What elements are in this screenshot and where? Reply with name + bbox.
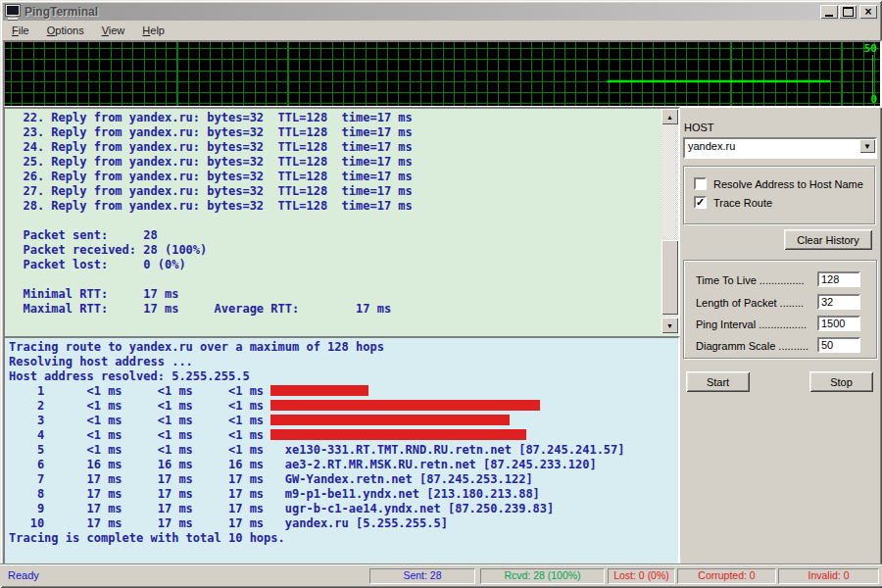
scroll-down-icon: ▼ xyxy=(666,322,673,329)
trace-hop-row-2: 2 <1 ms <1 ms <1 ms xyxy=(9,399,678,414)
trace-hop-text: 2 <1 ms <1 ms <1 ms xyxy=(9,399,270,413)
ping-terminal-window: PingTerminal × File Options View Help 50… xyxy=(0,0,882,588)
graph-grid xyxy=(5,42,880,106)
menu-bar: File Options View Help xyxy=(3,22,879,39)
menu-file[interactable]: File xyxy=(3,23,38,38)
settings-groupbox: Time To Live ............... Length of P… xyxy=(683,260,877,359)
ping-interval-input[interactable] xyxy=(817,316,860,331)
trace-resolved-text: 5 <1 ms <1 ms <1 ms xe130-331.RT.TMT.RND… xyxy=(9,443,678,546)
diagram-scale-label: Diagramm Scale .......... xyxy=(696,340,808,352)
maximize-icon xyxy=(843,7,854,17)
clear-history-button[interactable]: Clear History xyxy=(784,229,872,250)
status-corrupted: Corrupted: 0 xyxy=(677,568,776,584)
redaction-bar xyxy=(270,429,526,440)
maximize-button[interactable] xyxy=(839,5,857,19)
status-received: Rcvd: 28 (100%) xyxy=(480,568,605,584)
close-button[interactable]: × xyxy=(859,5,877,19)
scroll-up-icon: ▲ xyxy=(666,114,673,121)
status-sent: Sent: 28 xyxy=(369,568,475,584)
trace-hop-text: 3 <1 ms <1 ms <1 ms xyxy=(9,414,270,427)
ping-output-pane[interactable]: 22. Reply from yandex.ru: bytes=32 TTL=1… xyxy=(3,107,680,339)
redaction-bar xyxy=(270,415,510,425)
scroll-up-button[interactable]: ▲ xyxy=(662,109,678,124)
ping-scrollbar[interactable]: ▲ ▼ xyxy=(662,109,678,333)
window-title: PingTerminal xyxy=(24,5,98,19)
start-button[interactable]: Start xyxy=(686,371,750,392)
resolve-address-checkbox[interactable] xyxy=(694,177,707,190)
close-icon: × xyxy=(864,6,871,18)
minimize-icon xyxy=(825,15,833,17)
resolve-address-label: Resolve Address to Host Name xyxy=(713,178,863,190)
scroll-down-button[interactable]: ▼ xyxy=(662,318,678,333)
host-label: HOST xyxy=(684,122,714,133)
redaction-bar xyxy=(270,385,368,396)
graph-scale-max: 50 xyxy=(864,42,877,55)
ping-interval-label: Ping Interval ................ xyxy=(696,318,807,330)
status-bar: Ready Sent: 28 Rcvd: 28 (100%) Lost: 0 (… xyxy=(0,564,882,586)
graph-scale-min: 0 xyxy=(870,93,877,106)
menu-view[interactable]: View xyxy=(93,23,134,38)
app-monitor-icon xyxy=(5,5,21,20)
check-icon: ✓ xyxy=(696,198,705,207)
trace-hop-text: 1 <1 ms <1 ms <1 ms xyxy=(9,384,270,398)
status-invalid: Invalid: 0 xyxy=(778,568,879,584)
host-combobox[interactable]: yandex.ru ▼ xyxy=(683,137,877,159)
ttl-input[interactable] xyxy=(817,271,860,287)
status-ready: Ready xyxy=(8,569,39,581)
status-lost: Lost: 0 (0%) xyxy=(608,568,675,584)
title-bar[interactable]: PingTerminal × xyxy=(3,3,879,21)
ttl-label: Time To Live ............... xyxy=(696,274,805,286)
host-value: yandex.ru xyxy=(688,140,735,152)
packet-length-input[interactable] xyxy=(817,294,860,310)
trace-route-pane[interactable]: Tracing route to yandex.ru over a maximu… xyxy=(3,336,680,565)
chevron-down-icon: ▼ xyxy=(863,142,871,151)
ping-output-text: 22. Reply from yandex.ru: bytes=32 TTL=1… xyxy=(9,111,678,317)
graph-scale-axis xyxy=(872,55,873,95)
options-groupbox: Resolve Address to Host Name ✓ Trace Rou… xyxy=(683,166,875,224)
rtt-plot-line xyxy=(608,80,830,82)
ping-diagram-graph: 50 0 xyxy=(3,40,882,108)
trace-route-checkbox[interactable]: ✓ xyxy=(694,196,707,209)
menu-options[interactable]: Options xyxy=(38,23,93,38)
trace-hop-row-1: 1 <1 ms <1 ms <1 ms xyxy=(9,384,678,399)
host-dropdown-button[interactable]: ▼ xyxy=(859,139,875,153)
diagram-scale-input[interactable] xyxy=(817,337,860,353)
trace-hop-text: 4 <1 ms <1 ms <1 ms xyxy=(9,428,270,442)
minimize-button[interactable] xyxy=(820,5,838,19)
trace-hop-row-3: 3 <1 ms <1 ms <1 ms xyxy=(9,414,678,428)
packet-length-label: Length of Packet ........ xyxy=(696,297,804,309)
stop-button[interactable]: Stop xyxy=(809,371,873,392)
menu-help[interactable]: Help xyxy=(133,23,173,38)
trace-hop-row-4: 4 <1 ms <1 ms <1 ms xyxy=(9,428,678,443)
redaction-bar xyxy=(270,400,540,411)
scrollbar-thumb[interactable] xyxy=(662,240,678,315)
trace-route-label: Trace Route xyxy=(713,197,772,209)
trace-header-text: Tracing route to yandex.ru over a maximu… xyxy=(9,340,678,384)
